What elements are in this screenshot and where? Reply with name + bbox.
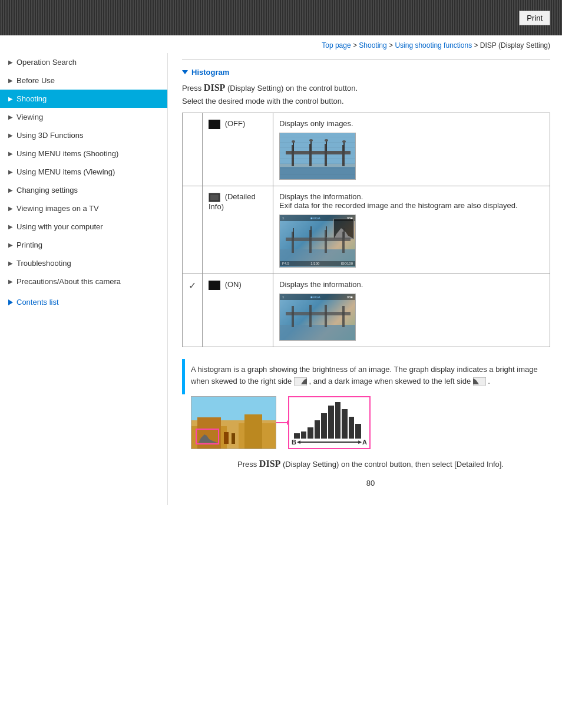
svg-rect-34 [325,305,327,327]
table-cell-check: ✓ [183,274,203,347]
mode-icon-detailed [209,193,220,202]
hist-bar-5 [321,413,327,439]
arrow-icon: ▶ [8,187,13,193]
svg-rect-35 [342,306,345,327]
info-bottom: F4.5 1/100 ISO100 [280,261,355,266]
table-row: ✓ (ON) Displays the information. 1 ■VGA [183,274,550,347]
svg-rect-25 [293,228,294,238]
sidebar-label: Before Use [16,76,55,85]
intro-text-1: Press DISP (Display Setting) on the cont… [182,83,550,93]
sidebar-label: Printing [16,241,42,249]
hist-bar-3 [308,427,313,439]
print-button[interactable]: Print [519,11,550,25]
svg-rect-30 [280,325,356,341]
arrow-icon: ▶ [8,278,13,285]
contents-list-link[interactable]: Contents list [16,298,59,307]
histogram-text: A histogram is a graph showing the brigh… [191,357,550,487]
table-cell-desc: Displays only images. [273,113,550,186]
table-cell-desc: Displays the information. 1 ■VGA 96■ [273,274,550,347]
photo-thumbnail [191,396,276,449]
table-cell-check [183,186,203,274]
breadcrumb-top[interactable]: Top page [322,41,351,50]
hist-bar-9 [349,417,355,439]
blue-accent-bar [182,359,185,394]
bridge-svg-on [280,294,356,341]
sidebar-label: Viewing [16,113,43,121]
table-row: (DetailedInfo) Displays the information.… [183,186,550,274]
hist-bar-10 [355,424,361,439]
histogram-box: B ◄ ► A [288,396,371,449]
histogram-diagram: B ◄ ► A [191,396,550,449]
breadcrumb-using-shooting[interactable]: Using shooting functions [395,41,472,50]
svg-rect-31 [286,312,351,315]
arrow-icon: ▶ [8,242,13,248]
sidebar-label: Precautions/About this camera [16,277,121,286]
sidebar-item-using-3d[interactable]: ▶ Using 3D Functions [0,126,167,144]
breadcrumb-shooting[interactable]: Shooting [359,41,386,50]
arrow-icon: ▶ [8,150,13,157]
hist-label-a: A [362,439,367,446]
arrow-icon: ▶ [8,114,13,120]
sidebar-label: Viewing images on a TV [16,204,99,213]
sidebar-label: Changing settings [16,186,78,195]
sidebar-item-printing[interactable]: ▶ Printing [0,236,167,254]
disp-label-bottom: DISP [259,459,280,469]
arrow-icon: ▶ [8,77,13,84]
triangle-icon [182,70,188,74]
desc-text-on: Displays the information. [279,280,544,289]
hist-arrow-line: ◄ ► [298,442,361,443]
left-skew-icon [473,377,486,386]
svg-rect-20 [286,238,351,241]
photo-thumbnail-container [191,396,276,449]
sidebar-item-using-menu-shooting[interactable]: ▶ Using MENU items (Shooting) [0,144,167,163]
hist-bar-4 [315,420,320,439]
desc-text-detailed: Displays the information.Exif data for t… [279,192,544,210]
sidebar-item-using-computer[interactable]: ▶ Using with your computer [0,218,167,236]
sidebar-label: Using MENU items (Viewing) [16,167,115,176]
sidebar-item-troubleshooting[interactable]: ▶ Troubleshooting [0,254,167,272]
table-cell-mode: (ON) [203,274,273,347]
sidebar-label: Operation Search [16,58,77,67]
svg-rect-45 [244,414,262,449]
table-cell-mode: (OFF) [203,113,273,186]
table-row: (OFF) Displays only images. [183,113,550,186]
svg-rect-46 [224,432,229,444]
sidebar-item-shooting[interactable]: ▶ Shooting [0,90,167,108]
section-title-text: Histogram [191,68,229,77]
sidebar-label: Troubleshooting [16,259,71,268]
arrow-icon: ▶ [8,205,13,212]
svg-rect-47 [232,433,235,444]
sidebar-label: Shooting [16,94,47,103]
camera-image-off [279,133,356,180]
mode-icon-off [209,120,220,129]
sidebar-item-viewing[interactable]: ▶ Viewing [0,108,167,126]
content-area: Histogram Press DISP (Display Setting) o… [168,53,562,505]
sidebar-item-precautions[interactable]: ▶ Precautions/About this camera [0,272,167,291]
sidebar-item-operation-search[interactable]: ▶ Operation Search [0,53,167,71]
svg-rect-26 [310,226,312,237]
arrow-icon: ▶ [8,59,13,65]
svg-rect-27 [326,226,327,237]
checkmark-icon: ✓ [189,281,196,291]
mode-label-off: (OFF) [225,119,246,128]
arrow-icon: ▶ [8,95,13,102]
contents-arrow-icon [8,299,13,305]
desc-text: Displays only images. [279,119,544,128]
sidebar-item-viewing-tv[interactable]: ▶ Viewing images on a TV [0,199,167,218]
header-bar: Print [0,0,562,35]
sidebar-label: Using MENU items (Shooting) [16,149,118,158]
bottom-text: Press DISP (Display Setting) on the cont… [191,459,550,469]
camera-image-detailed: 1 ■VGA 96■ [279,215,356,268]
sidebar-item-before-use[interactable]: ▶ Before Use [0,71,167,90]
divider-line [182,59,550,60]
hist-bar-6 [328,406,334,439]
photo-thumb-svg [191,397,276,449]
sidebar-item-using-menu-viewing[interactable]: ▶ Using MENU items (Viewing) [0,163,167,181]
mode-label-on: (ON) [225,280,242,289]
arrow-icon: ▶ [8,132,13,139]
section-title: Histogram [182,68,550,77]
arrow-icon: ▶ [8,223,13,230]
sidebar-contents-list[interactable]: Contents list [0,291,167,311]
camera-image-on: 1 ■VGA 96■ [279,294,356,341]
sidebar-item-changing-settings[interactable]: ▶ Changing settings [0,181,167,199]
